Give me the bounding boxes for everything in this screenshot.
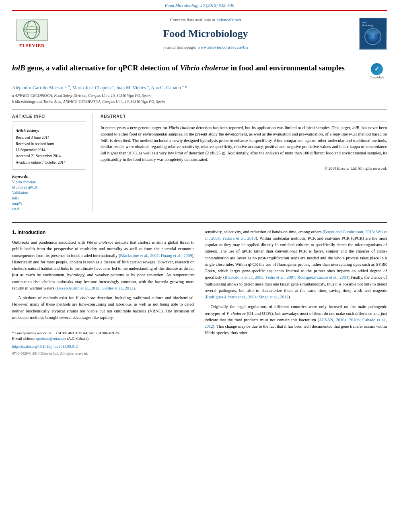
homepage-line: journal homepage: www.elsevier.com/locat… [64, 44, 347, 50]
section1-heading: 1. Introduction [12, 229, 195, 236]
email-link[interactable]: agcabado@anfaco.es [35, 337, 66, 341]
doi-link[interactable]: http://dx.doi.org/10.1016/j.fm.2014.09.0… [12, 344, 195, 350]
body-para-2: A plethora of methods exist for V. chole… [12, 295, 195, 321]
revised-date: 11 September 2014 [16, 148, 82, 153]
journal-name: Food Microbiology [64, 27, 347, 41]
body-para-4: Originally the legal regulations of diff… [205, 304, 387, 336]
available-date: Available online 7 October 2014 [16, 160, 82, 165]
crossmark-label: CrossMark [370, 75, 384, 80]
homepage-url[interactable]: www.elsevier.com/locate/fm [197, 45, 248, 49]
keyword-ctxa[interactable]: ctxA [12, 206, 86, 212]
received-date: Received 3 June 2014 [16, 135, 82, 140]
ref-blackstone2[interactable]: Blackstone et al., 2003; Fedio et al., 2… [224, 275, 348, 279]
affiliations: a ANFACO-CECOPESCA, Food Safety Division… [12, 93, 387, 105]
corresponding-author-note: * Corresponding author. Tel.: +34 986 46… [12, 331, 195, 336]
sciencedirect-line: Contents lists available at ScienceDirec… [64, 17, 347, 23]
paper-content: lolB gene, a valid alternative for qPCR … [12, 57, 387, 218]
homepage-prefix: journal homepage: [163, 45, 197, 49]
body-columns: 1. Introduction Outbreaks and pandemics … [12, 229, 387, 357]
journal-citation: Food Microbiology 46 (2015) 535–540 [165, 3, 234, 8]
main-body: 1. Introduction Outbreaks and pandemics … [12, 222, 387, 357]
ref-blackstone[interactable]: Blackstone et al., 2007; Huang et al., 2… [120, 253, 192, 258]
sciencedirect-link[interactable]: ScienceDirect [216, 17, 241, 22]
elsevier-logo-section: ELSEVIER [12, 15, 56, 52]
journal-bar: Food Microbiology 46 (2015) 535–540 [0, 0, 399, 10]
footnote-section: * Corresponding author. Tel.: +34 986 46… [12, 327, 195, 357]
body-col-right: sensitivity, selectivity, and reduction … [205, 229, 387, 357]
abstract-text: In recent years a new genetic target for… [101, 125, 387, 163]
abstract-heading: ABSTRACT [101, 114, 387, 121]
title-italic-lolb: lolB [12, 64, 25, 72]
body-para-3: sensitivity, selectivity, and reduction … [205, 229, 387, 301]
issn-line: 0740-0020/© 2014 Elsevier Ltd. All right… [12, 351, 195, 357]
body-col-left: 1. Introduction Outbreaks and pandemics … [12, 229, 195, 357]
journal-header: ELSEVIER Contents lists available at Sci… [12, 10, 387, 57]
email-label: E-mail address: [12, 337, 35, 341]
authors-line: Alejandro Garrido-Maestu a, b, María-Jos… [12, 84, 387, 91]
journal-title-section: Contents lists available at ScienceDirec… [56, 15, 355, 52]
info-abstract-section: ARTICLE INFO Article history: Received 3… [12, 109, 387, 212]
keyword-vibrio[interactable]: Vibrio cholerae [12, 180, 86, 185]
keyword-validation[interactable]: Validation [12, 190, 86, 195]
keywords-label: Keywords: [12, 175, 29, 179]
paper-title: lolB gene, a valid alternative for qPCR … [12, 63, 363, 73]
ref-aesan[interactable]: AESAN, 2010a, 2010b; Cabado et al., 2012 [205, 318, 387, 329]
body-para-1: Outbreaks and pandemics associated with … [12, 239, 195, 292]
keywords-section: Keywords: Vibrio cholerae Multiplex qPCR… [12, 173, 86, 212]
elsevier-wordmark: ELSEVIER [19, 43, 45, 49]
abstract-column: ABSTRACT In recent years a new genetic t… [101, 114, 387, 212]
elsevier-image [16, 19, 48, 41]
email-name: (A.G. Cabado). [67, 337, 90, 341]
ref-boyer[interactable]: Boyer and Combrisson, 2013; Wei et al., … [205, 230, 387, 240]
svg-text:Microbiology: Microbiology [362, 24, 374, 27]
crossmark-section[interactable]: ✓ CrossMark [367, 63, 387, 80]
history-label: Article history: [16, 128, 82, 134]
title-section: lolB gene, a valid alternative for qPCR … [12, 63, 387, 80]
article-info-heading: ARTICLE INFO [12, 114, 86, 121]
email-line: E-mail address: agcabado@anfaco.es (A.G.… [12, 336, 195, 342]
title-italic-vibrio: Vibrio cholerae [180, 64, 229, 72]
ref-rodriguez[interactable]: Rodríguez-Lázaro et al., 2004; Singh et … [206, 295, 288, 299]
crossmark-icon[interactable]: ✓ [371, 63, 383, 75]
affiliation-a: a ANFACO-CECOPESCA, Food Safety Division… [12, 93, 387, 99]
article-info-column: ARTICLE INFO Article history: Received 3… [12, 114, 93, 212]
revised-label: Received in revised form [16, 142, 82, 147]
ref-baker[interactable]: Baker-Austin et al., 2012; Gardes et al.… [57, 286, 133, 290]
affiliation-b: b Microbiology and Toxins Area, ANFACO-C… [12, 99, 387, 105]
accepted-date: Accepted 21 September 2014 [16, 154, 82, 159]
journal-cover-image: Food Microbiology [359, 18, 387, 50]
sciencedirect-prefix: Contents lists available at [170, 17, 216, 22]
article-history-box: Article history: Received 3 June 2014 Re… [12, 125, 86, 170]
svg-text:Food: Food [362, 21, 367, 24]
keyword-lolb[interactable]: lolB [12, 196, 86, 201]
keyword-ompw[interactable]: ompW [12, 201, 86, 206]
keyword-multiplex[interactable]: Multiplex qPCR [12, 185, 86, 190]
copyright-notice: © 2014 Elsevier Ltd. All rights reserved… [101, 166, 387, 171]
journal-thumbnail: Food Microbiology [355, 15, 387, 52]
